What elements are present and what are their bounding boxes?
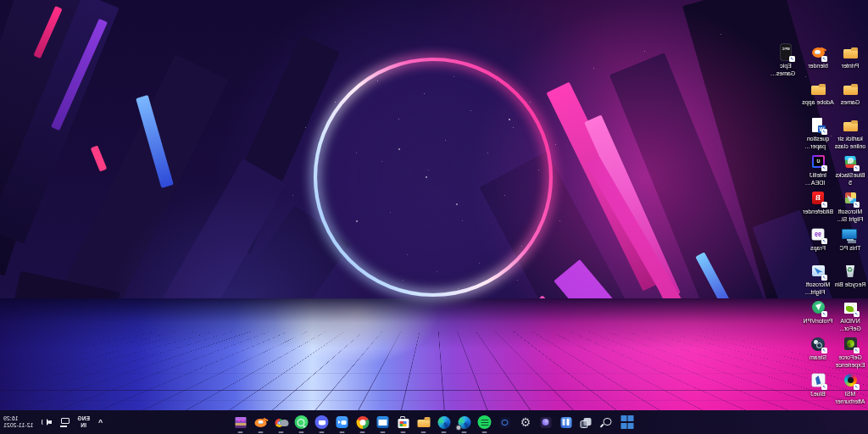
desktop-icon-label: Fraps bbox=[802, 245, 834, 253]
desktop-icon-nvidia-geforce[interactable]: ↗ NVIDIA GeFor... bbox=[834, 299, 866, 332]
shortcut-arrow-badge: ↗ bbox=[821, 238, 827, 244]
desktop-icon-adobe-apps[interactable]: Adobe apps bbox=[802, 81, 834, 107]
file-explorer-icon bbox=[417, 415, 431, 430]
desktop-icon-label: Games bbox=[834, 99, 866, 107]
chrome-icon bbox=[356, 415, 370, 430]
taskbar-mail-button[interactable] bbox=[376, 415, 391, 430]
desktop-icon-printer[interactable]: Printer bbox=[834, 44, 866, 70]
clock-date: 12-11-2021 bbox=[3, 422, 33, 428]
taskbar-file-explorer-button[interactable] bbox=[417, 415, 431, 430]
ui-layer: Printer Games kartick sir online class ↗… bbox=[0, 0, 868, 434]
spotify-icon bbox=[478, 415, 492, 430]
taskbar-zoom-button[interactable] bbox=[336, 415, 350, 430]
pixel-game-icon bbox=[234, 415, 248, 430]
desktop-icon-label: Recycle Bin bbox=[834, 281, 866, 289]
desktop-icon-protonvpn[interactable]: ↗ ProtonVPN bbox=[802, 299, 834, 326]
mail-icon bbox=[376, 415, 391, 430]
desktop-icon-bluestacks-5[interactable]: ↗ BlueStacks 5 bbox=[834, 153, 866, 186]
taskbar-discord-button[interactable] bbox=[315, 415, 330, 430]
desktop-icon-bluej[interactable]: ↗ BlueJ bbox=[802, 372, 834, 398]
taskbar-edge-button[interactable] bbox=[437, 415, 452, 430]
chat-icon bbox=[539, 415, 554, 430]
taskbar-spotify-button[interactable] bbox=[478, 415, 492, 430]
desktop-icon-recycle-bin[interactable]: Recycle Bin bbox=[834, 263, 866, 289]
blender-icon bbox=[254, 415, 269, 430]
desktop-icon-label: ProtonVPN bbox=[802, 318, 834, 326]
windows-start-icon bbox=[620, 415, 635, 430]
taskbar-whatsapp-button[interactable] bbox=[295, 415, 309, 430]
desktop-icon-steam[interactable]: ↗ Steam bbox=[802, 336, 834, 362]
desktop-icon-label: question paper debe... bbox=[802, 136, 834, 150]
desktop-icon-games[interactable]: Games bbox=[834, 81, 866, 107]
shortcut-arrow-badge: ↗ bbox=[821, 275, 827, 281]
taskbar-edge-beta-button[interactable] bbox=[458, 415, 472, 430]
discord-icon bbox=[315, 415, 330, 430]
taskbar-chrome-button[interactable] bbox=[356, 415, 370, 430]
desktop-icon-label: BlueJ bbox=[802, 391, 834, 398]
zoom-icon bbox=[336, 415, 350, 430]
taskbar-clock[interactable]: 16:29 12-11-2021 bbox=[3, 415, 33, 430]
desktop-icon-question-paper[interactable]: ↗ question paper debe... bbox=[802, 117, 834, 150]
taskbar-chat-button[interactable] bbox=[539, 415, 554, 430]
desktop-icon-label: kartick sir online class bbox=[834, 136, 866, 150]
language-line-1: ENG bbox=[77, 415, 90, 421]
desktop-icon-bitdefender[interactable]: ↗ Bitdefender bbox=[802, 190, 834, 216]
recycle-bin-icon bbox=[842, 263, 859, 280]
desktop-icon-label: Microsoft Flight Si... bbox=[834, 209, 866, 223]
folder-icon bbox=[842, 117, 859, 134]
language-line-2: IN bbox=[81, 422, 86, 428]
desktop-icon-microsoft-flight-simu[interactable]: ↗ Microsoft Flight Simu... bbox=[802, 263, 834, 296]
desktop-icon-intellij-idea[interactable]: ↗ IntelliJ IDEA Communi... bbox=[802, 153, 834, 186]
folder-icon bbox=[810, 81, 826, 97]
desktop-icon-this-pc[interactable]: This PC bbox=[834, 226, 866, 253]
shortcut-arrow-badge: ↗ bbox=[821, 311, 827, 317]
taskbar-widgets-button[interactable] bbox=[559, 415, 574, 430]
shortcut-arrow-badge: ↗ bbox=[821, 129, 827, 135]
volume-icon[interactable] bbox=[40, 418, 52, 427]
network-icon[interactable] bbox=[58, 418, 70, 427]
shortcut-arrow-badge: ↗ bbox=[854, 311, 860, 317]
this-pc-icon bbox=[842, 226, 859, 243]
taskbar: ⚙ ^ ENG IN bbox=[0, 410, 868, 434]
search-icon bbox=[600, 415, 615, 430]
desktop-icon-label: Epic Games Launcher bbox=[770, 63, 802, 77]
gimp-icon bbox=[275, 415, 289, 430]
taskbar-blue-ring-app-button[interactable] bbox=[498, 415, 513, 430]
desktop-icon-fraps[interactable]: ↗ Fraps bbox=[802, 226, 834, 253]
shortcut-arrow-badge: ↗ bbox=[821, 202, 827, 208]
taskbar-blender-button[interactable] bbox=[254, 415, 269, 430]
taskbar-game-button[interactable] bbox=[234, 415, 248, 430]
taskbar-microsoft-store-button[interactable] bbox=[397, 415, 411, 430]
taskbar-gimp-button[interactable] bbox=[275, 415, 289, 430]
taskbar-start-button[interactable] bbox=[620, 415, 635, 430]
hidden-icons-chevron[interactable]: ^ bbox=[97, 418, 104, 426]
shortcut-arrow-badge: ↗ bbox=[854, 384, 860, 390]
desktop-icon-label: blender bbox=[802, 63, 834, 70]
desktop-screen: Printer Games kartick sir online class ↗… bbox=[0, 0, 868, 434]
desktop-icon-label: Microsoft Flight Simu... bbox=[802, 281, 834, 296]
shortcut-arrow-badge: ↗ bbox=[854, 202, 860, 208]
taskbar-settings-button[interactable]: ⚙ bbox=[519, 415, 533, 430]
desktop-icon-label: GeForce Experience bbox=[834, 354, 866, 369]
shortcut-arrow-badge: ↗ bbox=[854, 165, 860, 171]
desktop-icon-msi-afterburner[interactable]: ↗ MSI Afterburner bbox=[834, 372, 866, 405]
system-tray: ^ ENG IN 16:29 12-11-2021 bbox=[3, 410, 104, 434]
whatsapp-icon bbox=[295, 415, 309, 430]
desktop-icon-epic-games-launcher[interactable]: ↗ Epic Games Launcher bbox=[770, 44, 802, 77]
desktop-icon-blender[interactable]: ↗ blender bbox=[802, 44, 834, 70]
blue-ring-app-icon bbox=[498, 415, 513, 430]
desktop-icon-geforce-experience[interactable]: ↗ GeForce Experience bbox=[834, 336, 866, 369]
microsoft-store-icon bbox=[397, 415, 411, 430]
shortcut-arrow-badge: ↗ bbox=[821, 384, 827, 390]
desktop-icon-microsoft-flight-si[interactable]: ↗ Microsoft Flight Si... bbox=[834, 190, 866, 223]
widgets-icon bbox=[559, 415, 574, 430]
desktop-icon-label: IntelliJ IDEA Communi... bbox=[802, 172, 834, 186]
folder-icon bbox=[842, 81, 859, 97]
taskbar-search-button[interactable] bbox=[600, 415, 615, 430]
language-indicator[interactable]: ENG IN bbox=[77, 415, 90, 429]
desktop-icon-label: NVIDIA GeFor... bbox=[834, 318, 866, 332]
desktop-icon-label: Printer bbox=[834, 63, 866, 70]
clock-time: 16:29 bbox=[3, 415, 19, 421]
taskbar-task-view-button[interactable] bbox=[580, 415, 594, 430]
desktop-icon-kartick-sir-online-class[interactable]: kartick sir online class bbox=[834, 117, 866, 150]
